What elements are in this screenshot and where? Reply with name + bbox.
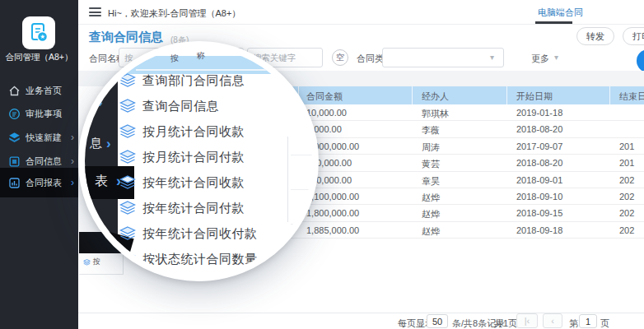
chevron-right-icon: › (71, 156, 74, 166)
page-number-input[interactable]: 1 (579, 314, 597, 328)
more-filters-link[interactable]: 更多 (531, 53, 549, 65)
stack-icon (119, 99, 136, 114)
search-round-button[interactable] (637, 49, 644, 72)
sidebar-item-home[interactable]: 业务首页 (0, 81, 78, 100)
magnified-text-fragment: 称 (196, 49, 206, 63)
sidebar-item-quick-create[interactable]: 快速新建 › (0, 127, 78, 147)
stack-icon (119, 201, 136, 215)
contract-type-select[interactable] (382, 48, 504, 67)
select-caret-icon: ▾ (490, 53, 494, 62)
tab-device-contract[interactable]: 电脑端合同 (538, 7, 583, 19)
approval-icon (8, 108, 21, 120)
tab-active-underline (535, 21, 572, 24)
stack-icon (83, 259, 91, 266)
svg-text:★: ★ (40, 33, 45, 40)
stack-icon (119, 226, 136, 241)
forward-button[interactable]: 转发 (576, 27, 614, 45)
chevron-right-icon: › (71, 132, 74, 142)
page-title: 查询合同信息 (89, 30, 163, 45)
stack-icon (119, 150, 136, 164)
cube-icon (8, 132, 21, 144)
sidebar-item-approvals[interactable]: 审批事项 (0, 104, 78, 123)
sidebar-item-contract-info[interactable]: 合同信息 › (0, 151, 78, 171)
contract-doc-icon: ★ (28, 22, 49, 44)
header-amount: 合同金额 (306, 90, 343, 103)
chevron-right-icon: › (71, 178, 74, 188)
hamburger-menu-icon[interactable] (89, 7, 101, 16)
total-pages-label: 共1页 (494, 317, 517, 329)
flyout-menu-item[interactable]: 按年统计合同收付款 (85, 225, 319, 243)
per-page-input[interactable]: 50 (427, 314, 448, 328)
app-window: Hi~，欢迎来到-合同管理（A8+） 电脑端合同 查询合同信息 (8条) 转发 … (0, 0, 644, 329)
first-page-button[interactable]: |‹ (516, 313, 538, 328)
flyout-menu-item[interactable]: 按年统计合同收款 (85, 174, 319, 192)
prev-page-button[interactable]: ‹ (543, 313, 562, 328)
print-button[interactable]: 打印 (623, 27, 644, 45)
flyout-menu-item[interactable]: 按年统计合同付款 (85, 199, 319, 217)
page-unit-label: 页 (600, 317, 609, 329)
stack-icon (119, 175, 136, 190)
flyout-panel-peek: 按 (79, 253, 124, 275)
sidebar-item-contract-reports[interactable]: 合同报表 › (0, 173, 78, 192)
flyout-menu-item[interactable]: 按月统计合同付款 (85, 148, 319, 166)
magnifier-overlay: 按 称 › 息 › 表 › 查询部门合同信息 查询合同信息 按月统计合同收款 按… (78, 41, 319, 281)
sidebar: ★ 合同管理（A8+） 业务首页 审批事项 快速新建 › (0, 0, 78, 329)
more-caret-icon: ▾ (554, 53, 558, 62)
flyout-menu-item[interactable]: 按 (83, 257, 100, 267)
app-logo[interactable]: ★ (22, 16, 55, 49)
flyout-menu-item[interactable]: 查询合同信息 (85, 97, 319, 115)
stack-icon (119, 124, 136, 139)
report-chart-icon (8, 177, 21, 189)
header-end-date: 结束日期 (619, 90, 644, 103)
empty-filter-button[interactable]: 空 (332, 49, 348, 66)
page-label: 第 (569, 317, 578, 329)
header-start-date: 开始日期 (516, 90, 553, 103)
contract-info-icon (8, 155, 21, 168)
magnified-text-fragment: 按 (170, 53, 179, 65)
magnified-input-underline (136, 69, 280, 71)
stack-icon (119, 73, 136, 88)
home-icon (8, 85, 21, 97)
app-label: 合同管理（A8+） (0, 52, 78, 63)
greeting-text: Hi~，欢迎来到-合同管理（A8+） (108, 7, 240, 20)
flyout-menu-item[interactable]: 按月统计合同收款 (85, 123, 319, 141)
header-person: 经办人 (422, 90, 449, 103)
